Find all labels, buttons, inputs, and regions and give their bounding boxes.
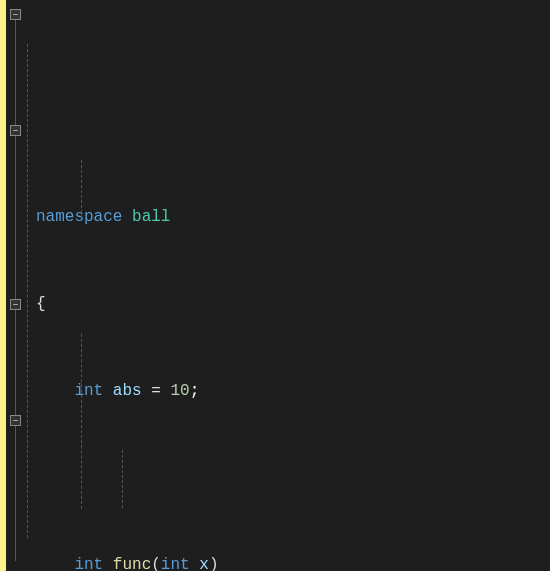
indent-guide [122, 450, 123, 508]
type: int [161, 556, 190, 571]
indent-guide [27, 44, 28, 538]
identifier: abs [113, 382, 142, 400]
code-line[interactable]: namespace ball [36, 203, 550, 232]
code-line[interactable]: { [36, 290, 550, 319]
indent-guide [81, 334, 82, 509]
paren: ( [151, 556, 161, 571]
indent-guide [81, 160, 82, 218]
code-line[interactable] [36, 464, 550, 493]
fold-toggle-icon[interactable] [10, 415, 21, 426]
param: x [199, 556, 209, 571]
operator: = [151, 382, 161, 400]
semicolon: ; [190, 382, 200, 400]
code-editor[interactable]: namespace ball { int abs = 10; int func(… [0, 0, 550, 571]
fold-line [15, 20, 16, 561]
function-name: func [113, 556, 151, 571]
fold-toggle-icon[interactable] [10, 125, 21, 136]
code-area[interactable]: namespace ball { int abs = 10; int func(… [32, 0, 550, 571]
code-line[interactable]: int abs = 10; [36, 377, 550, 406]
fold-toggle-icon[interactable] [10, 299, 21, 310]
identifier: ball [132, 208, 170, 226]
type: int [74, 556, 103, 571]
type: int [74, 382, 103, 400]
fold-gutter [6, 0, 32, 571]
paren: ) [209, 556, 219, 571]
keyword: namespace [36, 208, 122, 226]
number: 10 [170, 382, 189, 400]
fold-toggle-icon[interactable] [10, 9, 21, 20]
brace: { [36, 295, 46, 313]
code-line[interactable]: int func(int x) [36, 551, 550, 571]
